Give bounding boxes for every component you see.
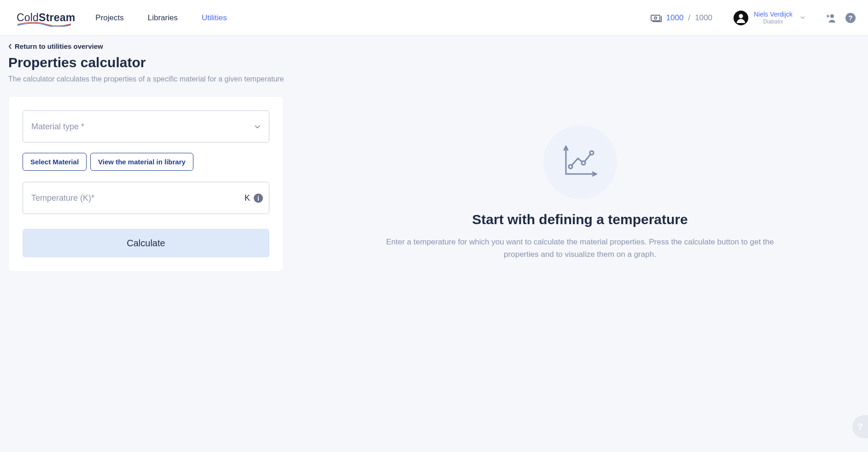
credits[interactable]: 1000 / 1000 [651, 13, 712, 23]
credits-max: 1000 [695, 13, 712, 23]
svg-point-1 [654, 17, 657, 19]
nav-utilities[interactable]: Utilities [202, 13, 227, 23]
info-icon[interactable]: i [254, 193, 263, 203]
help-button[interactable]: ? [844, 12, 857, 24]
chart-icon [559, 144, 601, 180]
svg-point-2 [739, 14, 743, 18]
chevron-down-icon [800, 14, 805, 22]
svg-rect-0 [651, 15, 660, 21]
credits-current: 1000 [666, 13, 684, 23]
user-name: Niels Verdijck [754, 11, 792, 18]
placeholder-panel: Start with defining a temperature Enter … [382, 125, 778, 261]
svg-point-8 [590, 151, 594, 155]
calculator-card: Material type * Select Material View the… [8, 96, 284, 272]
credits-sep: / [688, 13, 690, 23]
page-description: The calculator calculates the properties… [8, 75, 289, 83]
credits-icon [651, 14, 662, 22]
material-buttons-row: Select Material View the material in lib… [23, 153, 269, 171]
svg-point-7 [582, 161, 585, 165]
right-column: Start with defining a temperature Enter … [300, 42, 860, 272]
calculate-button[interactable]: Calculate [23, 229, 269, 257]
left-column: Return to utilities overview Properties … [8, 42, 289, 272]
help-glyph: ? [857, 422, 863, 432]
logo-swoosh-icon [17, 22, 72, 27]
svg-point-6 [569, 165, 572, 168]
user-org: Diabatix [754, 18, 792, 25]
placeholder-icon-circle [543, 125, 617, 199]
chevron-left-icon [8, 44, 12, 49]
view-material-button[interactable]: View the material in library [90, 153, 193, 171]
floating-help-button[interactable]: ? [852, 415, 868, 438]
nav-projects[interactable]: Projects [95, 13, 123, 23]
invite-users-button[interactable] [825, 12, 838, 24]
nav-libraries[interactable]: Libraries [148, 13, 178, 23]
select-material-button[interactable]: Select Material [23, 153, 87, 171]
material-type-select[interactable]: Material type * [23, 110, 269, 143]
page-body: Return to utilities overview Properties … [0, 36, 868, 278]
placeholder-desc: Enter a temperature for which you want t… [382, 236, 778, 261]
temperature-input[interactable] [23, 182, 269, 214]
user-menu[interactable]: Niels Verdijck Diabatix [734, 11, 805, 25]
material-type-field: Material type * [23, 110, 269, 143]
avatar [734, 11, 748, 25]
svg-text:?: ? [848, 14, 852, 22]
placeholder-title: Start with defining a temperature [382, 212, 778, 227]
temperature-field: K i [23, 182, 269, 214]
person-icon [736, 13, 746, 23]
logo[interactable]: ColdStream [17, 12, 75, 24]
page-title: Properties calculator [8, 55, 289, 70]
main-nav: Projects Libraries Utilities [95, 13, 227, 23]
help-icon: ? [845, 12, 856, 23]
user-info: Niels Verdijck Diabatix [754, 11, 792, 25]
group-add-icon [825, 13, 837, 23]
back-link-label: Return to utilities overview [15, 42, 103, 50]
svg-point-3 [830, 14, 834, 18]
topbar: ColdStream Projects Libraries Utilities … [0, 0, 868, 36]
back-link[interactable]: Return to utilities overview [8, 42, 103, 50]
